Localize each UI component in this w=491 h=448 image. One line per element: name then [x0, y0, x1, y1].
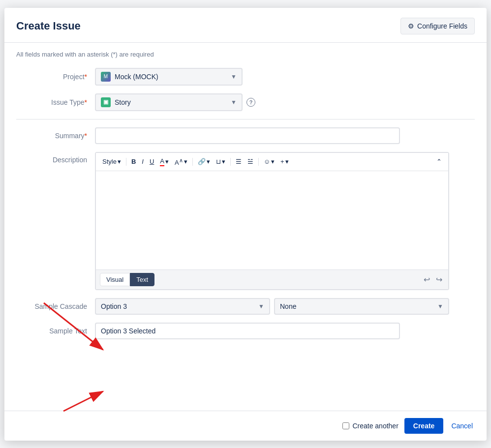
emoji-btn[interactable]: ☺ ▾	[261, 156, 277, 167]
collapse-icon: ⌃	[436, 158, 442, 165]
form-divider	[16, 119, 475, 119]
issue-type-label: Issue Type*	[16, 98, 95, 106]
cascade-primary-value: Option 3	[101, 302, 127, 310]
sample-cascade-row: Sample Cascade Option 3 ▼ None ▼	[16, 298, 475, 315]
summary-input[interactable]	[95, 127, 400, 144]
help-icon[interactable]: ?	[246, 98, 255, 107]
issue-type-select-left: ▣ Story	[101, 97, 131, 107]
style-dropdown-btn[interactable]: Style ▾	[100, 156, 123, 167]
dialog-title: Create Issue	[16, 20, 81, 32]
italic-icon: I	[142, 158, 144, 165]
text-color-btn[interactable]: A ▾	[157, 156, 171, 168]
create-button[interactable]: Create	[404, 418, 444, 434]
superscript-btn[interactable]: A∧ ▾	[172, 156, 190, 168]
cascade-secondary-value: None	[280, 302, 296, 310]
underline-icon: U	[150, 158, 154, 165]
issue-type-select[interactable]: ▣ Story ▼	[95, 93, 243, 111]
description-label: Description	[16, 152, 95, 164]
cascade-primary-chevron: ▼	[258, 303, 264, 310]
more-chevron: ▾	[285, 158, 289, 165]
project-select[interactable]: M Mock (MOCK) ▼	[95, 68, 243, 86]
link-chevron: ▾	[207, 158, 210, 165]
toolbar-separator-4	[258, 158, 259, 166]
view-toggle: Visual Text	[100, 273, 154, 286]
create-another-checkbox[interactable]	[342, 422, 349, 429]
bullet-list-btn[interactable]: ☰	[233, 156, 244, 167]
style-label: Style	[102, 158, 117, 165]
more-btn[interactable]: + ▾	[278, 156, 291, 167]
text-color-chevron: ▾	[165, 158, 169, 165]
cascade-selects: Option 3 ▼ None ▼	[95, 298, 449, 315]
text-color-icon: A	[160, 157, 164, 166]
cascade-primary-select[interactable]: Option 3 ▼	[95, 298, 270, 315]
create-another-wrap: Create another	[342, 422, 398, 430]
super-chevron: ▾	[184, 158, 187, 165]
style-chevron-icon: ▾	[118, 158, 121, 165]
cascade-secondary-select[interactable]: None ▼	[274, 298, 449, 315]
description-row: Description Style ▾ B I	[16, 152, 475, 290]
text-view-btn[interactable]: Text	[130, 273, 154, 286]
cascade-secondary-chevron: ▼	[437, 303, 443, 310]
toolbar-separator	[126, 158, 126, 166]
toolbar-separator-3	[230, 158, 231, 166]
visual-view-btn[interactable]: Visual	[100, 273, 130, 286]
project-field-wrap: M Mock (MOCK) ▼	[95, 68, 475, 86]
more-icon: +	[280, 158, 284, 165]
dialog-footer: Create another Create Cancel	[4, 411, 487, 441]
issue-type-value: Story	[115, 98, 131, 106]
bold-btn[interactable]: B	[129, 156, 138, 167]
bold-icon: B	[131, 158, 136, 165]
link-btn[interactable]: 🔗 ▾	[195, 156, 213, 167]
bullet-list-icon: ☰	[236, 158, 242, 165]
description-textarea[interactable]	[96, 171, 448, 269]
project-value: Mock (MOCK)	[115, 73, 158, 81]
emoji-icon: ☺	[264, 158, 270, 165]
numbered-list-btn[interactable]: ☱	[245, 156, 256, 167]
project-select-left: M Mock (MOCK)	[101, 72, 158, 82]
summary-row: Summary*	[16, 127, 475, 144]
description-editor: Style ▾ B I U	[95, 152, 449, 290]
gear-icon: ⚙	[408, 22, 414, 30]
collapse-toolbar-btn[interactable]: ⌃	[434, 156, 444, 167]
toolbar-separator-2	[192, 158, 193, 166]
sample-cascade-field-wrap: Option 3 ▼ None ▼	[95, 298, 475, 315]
cancel-button[interactable]: Cancel	[449, 418, 475, 434]
chevron-down-icon: ▼	[231, 99, 237, 106]
sample-text-field-wrap	[95, 323, 475, 339]
sample-text-row: Sample Text	[16, 323, 475, 339]
sample-text-input[interactable]	[95, 323, 400, 339]
description-field-wrap: Style ▾ B I U	[95, 152, 475, 290]
attachment-btn[interactable]: ⊔ ▾	[214, 156, 228, 167]
attach-chevron: ▾	[222, 158, 225, 165]
create-another-label[interactable]: Create another	[352, 422, 398, 430]
redo-btn[interactable]: ↪	[434, 274, 444, 285]
sample-text-label: Sample Text	[16, 327, 95, 335]
project-icon: M	[101, 72, 111, 82]
dialog-header: Create Issue ⚙ Configure Fields	[4, 8, 487, 43]
superscript-icon: A∧	[175, 157, 183, 166]
issue-type-row: Issue Type* ▣ Story ▼ ?	[16, 93, 475, 111]
undo-redo-controls: ↩ ↪	[422, 274, 444, 285]
attachment-icon: ⊔	[216, 158, 221, 165]
sample-cascade-label: Sample Cascade	[16, 302, 95, 310]
emoji-chevron: ▾	[271, 158, 275, 165]
summary-field-wrap	[95, 127, 475, 144]
configure-fields-label: Configure Fields	[417, 22, 467, 30]
create-issue-dialog: Create Issue ⚙ Configure Fields All fiel…	[4, 8, 487, 441]
editor-toolbar: Style ▾ B I U	[96, 153, 448, 171]
undo-btn[interactable]: ↩	[422, 274, 432, 285]
dialog-body: All fields marked with an asterisk (*) a…	[4, 43, 487, 411]
editor-footer: Visual Text ↩ ↪	[96, 269, 448, 289]
chevron-down-icon: ▼	[231, 73, 237, 80]
numbered-list-icon: ☱	[247, 158, 253, 165]
link-icon: 🔗	[198, 158, 206, 165]
issue-type-field-wrap: ▣ Story ▼ ?	[95, 93, 475, 111]
issue-type-icon: ▣	[101, 97, 111, 107]
configure-fields-button[interactable]: ⚙ Configure Fields	[400, 18, 475, 34]
project-row: Project* M Mock (MOCK) ▼	[16, 68, 475, 86]
summary-label: Summary*	[16, 132, 95, 140]
italic-btn[interactable]: I	[139, 156, 146, 167]
project-label: Project*	[16, 73, 95, 81]
underline-btn[interactable]: U	[147, 156, 156, 167]
required-fields-note: All fields marked with an asterisk (*) a…	[16, 51, 475, 58]
